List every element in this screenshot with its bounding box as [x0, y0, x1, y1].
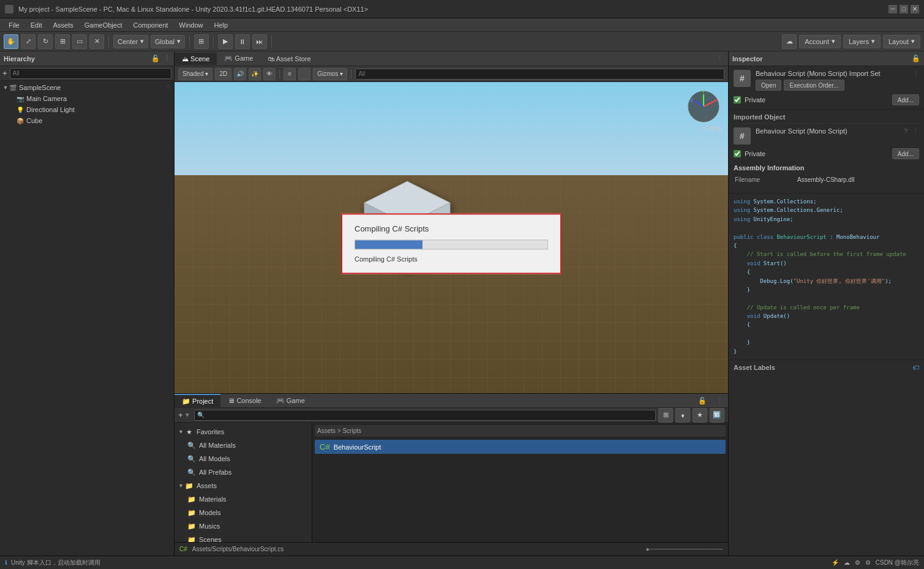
project-toggle4[interactable]: 🔟 — [710, 408, 724, 423]
menu-assets[interactable]: Assets — [48, 20, 78, 30]
tree-item-directionallight[interactable]: 💡 Directional Light — [0, 104, 174, 115]
viewport-canvas[interactable]: X Y Z < Persp Compiling C# Scripts — [175, 82, 728, 393]
open-button[interactable]: Open — [756, 80, 781, 91]
scene-vis-btn[interactable]: 👁 — [263, 68, 276, 80]
shaded-label: Shaded — [182, 70, 203, 77]
global-dropdown[interactable]: Global ▾ — [151, 35, 185, 48]
add-button-2[interactable]: Add... — [892, 148, 919, 159]
menu-edit[interactable]: Edit — [26, 20, 47, 30]
proj-favorites[interactable]: ▼ ★ Favorites — [175, 425, 312, 439]
bottom-game-tab[interactable]: 🎮 Game — [269, 394, 312, 407]
project-search-input[interactable] — [205, 412, 653, 418]
tree-item-maincamera[interactable]: 📷 Main Camera — [0, 93, 174, 104]
csdn-label: CSDN @韩尔亮 — [876, 559, 919, 567]
account-dropdown[interactable]: Account ▾ — [799, 35, 841, 48]
hierarchy-search[interactable] — [10, 68, 171, 79]
proj-assets[interactable]: ▼ 📁 Assets — [175, 479, 312, 492]
samplescene-icon: 🎬 — [9, 83, 17, 92]
tree-item-samplescene[interactable]: ▼ 🎬 SampleScene ⋮ — [0, 82, 174, 93]
snap-button[interactable]: ⊞ — [194, 34, 209, 49]
assembly-row-filename: Filename Assembly-CSharp.dll — [735, 175, 918, 184]
project-add-button[interactable]: + — [178, 410, 183, 420]
filepath-text: Assets/Scripts/BehaviourScript.cs — [192, 546, 284, 552]
behaviour-script-item[interactable]: C# BehaviourScript — [315, 440, 726, 454]
asset-labels-header: Asset Labels 🏷 — [734, 364, 919, 371]
project-toggle2[interactable]: ♦ — [675, 408, 690, 423]
bottom-panel: 📁 Project 🖥 Console 🎮 Game 🔓 ⋮ + ▾ — [175, 393, 728, 556]
transform-tool-button[interactable]: ✕ — [89, 34, 104, 49]
gizmos-btn[interactable] — [298, 68, 310, 80]
imported-help[interactable]: ? — [904, 127, 907, 135]
asset-labels-add[interactable]: 🏷 — [912, 364, 919, 371]
viewport-menu[interactable]: ⋮ — [712, 55, 728, 62]
proj-musics[interactable]: 📁 Musics — [175, 519, 312, 533]
asset-store-tab[interactable]: 🛍 Asset Store — [260, 53, 318, 65]
status-info-icon: ℹ — [5, 559, 7, 566]
bottom-panel-lock[interactable]: 🔓 — [693, 397, 712, 405]
step-button[interactable]: ⏭ — [252, 34, 267, 49]
minimize-button[interactable]: ─ — [888, 5, 897, 13]
status-bar-right: ⚡ ☁ ⚙ ⚙ CSDN @韩尔亮 — [832, 559, 919, 567]
layout-dropdown[interactable]: Layout ▾ — [883, 35, 920, 48]
cloud-button[interactable]: ☁ — [782, 34, 797, 49]
private-checkbox[interactable] — [734, 96, 741, 104]
hand-tool-button[interactable]: ✋ — [4, 34, 18, 49]
imported-menu[interactable]: ⋮ — [912, 127, 919, 135]
scene-search[interactable] — [355, 69, 724, 80]
project-toggle3[interactable]: ★ — [693, 408, 707, 423]
breadcrumb: Assets > Scripts — [317, 428, 361, 434]
menu-help[interactable]: Help — [209, 20, 233, 30]
project-tab[interactable]: 📁 Project — [175, 394, 220, 408]
scene-tab[interactable]: ⛰ Scene — [175, 53, 217, 65]
maximize-button[interactable]: □ — [900, 5, 908, 13]
import-menu[interactable]: ⋮ — [912, 70, 919, 78]
proj-models[interactable]: 📁 Models — [175, 506, 312, 519]
execution-order-button[interactable]: Execution Order... — [784, 80, 844, 91]
add-button[interactable]: Add... — [892, 94, 919, 105]
layers-dropdown[interactable]: Layers ▾ — [843, 35, 881, 48]
hierarchy-add-button[interactable]: + — [2, 69, 7, 78]
scale-tool-button[interactable]: ⊞ — [55, 34, 70, 49]
proj-allprefabs[interactable]: 🔍 All Prefabs — [175, 465, 312, 479]
hierarchy-lock[interactable]: 🔓 — [151, 55, 160, 62]
stats-btn[interactable]: ≡ — [284, 68, 296, 80]
project-toggle1[interactable]: ⊞ — [658, 408, 673, 423]
proj-allmaterials[interactable]: 🔍 All Materials — [175, 439, 312, 452]
private-checkbox-2[interactable] — [734, 150, 741, 157]
play-button[interactable]: ▶ — [218, 34, 233, 49]
proj-materials[interactable]: 📁 Materials — [175, 492, 312, 506]
rect-tool-button[interactable]: ▭ — [72, 34, 87, 49]
menu-component[interactable]: Component — [128, 20, 173, 30]
bottom-panel-menu[interactable]: ⋮ — [712, 397, 728, 405]
private-row-2: Private Add... — [734, 148, 919, 159]
center-dropdown[interactable]: Center ▾ — [113, 35, 148, 48]
cube-arrow — [10, 116, 16, 125]
game-icon: 🎮 — [224, 55, 235, 62]
hierarchy-menu[interactable]: ⋮ — [163, 55, 170, 62]
filepath-cs-icon: C# — [179, 546, 187, 552]
samplescene-more[interactable]: ⋮ — [165, 84, 171, 92]
script-title: Behaviour Script (Mono Script) Import Se… — [756, 70, 907, 77]
gizmos-dropdown[interactable]: Gizmos ▾ — [313, 68, 347, 80]
menu-window[interactable]: Window — [174, 20, 208, 30]
menu-file[interactable]: File — [4, 20, 24, 30]
rotate-tool-button[interactable]: ↻ — [38, 34, 53, 49]
behaviour-script-label: BehaviourScript — [334, 443, 381, 451]
audio-btn[interactable]: 🔊 — [234, 68, 246, 80]
tree-item-cube[interactable]: 📦 Cube — [0, 115, 174, 126]
menu-gameobject[interactable]: GameObject — [80, 20, 127, 30]
twod-dropdown[interactable]: 2D — [215, 68, 231, 80]
shaded-dropdown[interactable]: Shaded ▾ — [178, 68, 212, 80]
pause-button[interactable]: ⏸ — [235, 34, 250, 49]
inspector-lock[interactable]: 🔓 — [912, 55, 920, 62]
proj-scenes[interactable]: 📁 Scenes — [175, 533, 312, 542]
close-button[interactable]: ✕ — [911, 5, 919, 13]
game-tab[interactable]: 🎮 Game — [217, 52, 260, 65]
fx-btn[interactable]: ✨ — [249, 68, 261, 80]
assembly-info-title: Assembly Information — [734, 164, 919, 171]
proj-allmodels[interactable]: 🔍 All Models — [175, 452, 312, 465]
title-text: My project - SampleScene - PC, Mac & Lin… — [18, 6, 368, 13]
move-tool-button[interactable]: ⤢ — [21, 34, 36, 49]
search-icon: 🔍 — [197, 412, 205, 418]
console-tab[interactable]: 🖥 Console — [220, 394, 268, 407]
